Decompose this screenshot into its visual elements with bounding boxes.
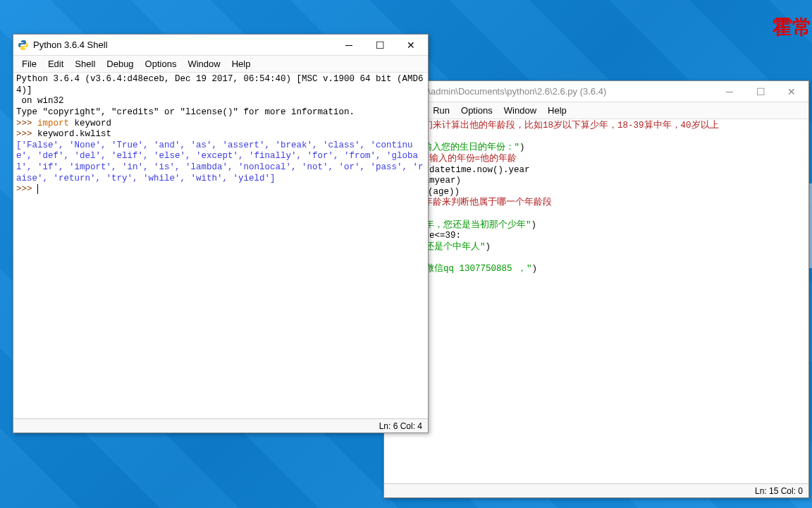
- editor-line: 8 and age<=39:: [387, 231, 806, 242]
- editor-line: :: [387, 253, 806, 265]
- editor-line: :: [387, 209, 806, 220]
- editor-title: - d:\Users\admin\Documents\python\2.6\2.…: [388, 86, 714, 97]
- shell-banner-2: on win32: [16, 96, 64, 106]
- python-icon: [18, 40, 29, 51]
- menu-options[interactable]: Options: [455, 104, 498, 117]
- shell-titlebar[interactable]: Python 3.6.4 Shell ─ ☐ ✕: [13, 35, 428, 56]
- editor-line: ("您是少年，您还是当初那个少年"): [387, 220, 806, 231]
- shell-banner-1: Python 3.6.4 (v3.6.4:d48eceb, Dec 19 201…: [16, 74, 424, 95]
- editor-content[interactable]: 生日，我们来计算出他的年龄段，比如18岁以下算少年，18-39算中年，40岁以上…: [384, 119, 808, 483]
- editor-line: 龄 "+str(age)): [387, 187, 806, 198]
- menu-run[interactable]: Run: [427, 104, 455, 117]
- editor-line: ("霍常亮还是个中年人"): [387, 242, 806, 253]
- editor-line: tetime: [387, 132, 806, 143]
- editor-menubar: Format Run Options Window Help: [384, 102, 808, 119]
- editor-line: 生日，我们来计算出他的年龄段，比如18岁以下算少年，18-39算中年，40岁以上: [387, 121, 806, 132]
- editor-statusbar: Ln: 15 Col: 0: [384, 483, 808, 497]
- menu-shell[interactable]: Shell: [69, 57, 101, 71]
- menu-window[interactable]: Window: [182, 57, 226, 71]
- shell-prompt: >>>: [16, 129, 37, 139]
- editor-titlebar[interactable]: - d:\Users\admin\Documents\python\2.6\2.…: [384, 81, 808, 102]
- shell-title: Python 3.6.4 Shell: [33, 40, 333, 50]
- shell-menubar: File Edit Shell Debug Options Window Hel…: [13, 56, 428, 73]
- watermark-text: 霍常: [773, 14, 812, 41]
- shell-statusbar: Ln: 6 Col: 4: [13, 418, 428, 433]
- shell-minimize-button[interactable]: ─: [333, 35, 364, 55]
- editor-line: atetime.datetime.now().year: [387, 165, 806, 176]
- editor-line: 年份-用户输入的年份=他的年龄: [387, 154, 806, 165]
- editor-cursor-position: Ln: 15 Col: 0: [755, 486, 803, 496]
- shell-keyword: import: [37, 119, 69, 128]
- editor-maximize-button[interactable]: ☐: [745, 82, 776, 102]
- menu-help[interactable]: Help: [226, 57, 257, 71]
- editor-window: - d:\Users\admin\Documents\python\2.6\2.…: [383, 80, 809, 498]
- menu-window[interactable]: Window: [498, 104, 542, 117]
- shell-window: Python 3.6.4 Shell ─ ☐ ✕ File Edit Shell…: [13, 34, 429, 433]
- shell-cursor: [37, 184, 44, 194]
- shell-output: ['False', 'None', 'True', 'and', 'as', '…: [16, 140, 424, 183]
- menu-options[interactable]: Options: [140, 57, 183, 71]
- shell-banner-3: Type "copyright", "credits" or "license(…: [16, 107, 355, 117]
- shell-maximize-button[interactable]: ☐: [364, 35, 395, 55]
- editor-minimize-button[interactable]: ─: [714, 82, 745, 102]
- shell-content[interactable]: Python 3.6.4 (v3.6.4:d48eceb, Dec 19 201…: [13, 73, 428, 418]
- shell-cmd2: keyword.kwlist: [37, 129, 111, 139]
- shell-prompt: >>>: [16, 119, 37, 128]
- editor-close-button[interactable]: ✕: [776, 82, 807, 102]
- shell-prompt: >>>: [16, 184, 37, 194]
- shell-cmd1: keyword: [69, 119, 111, 128]
- menu-help[interactable]: Help: [542, 104, 572, 117]
- shell-cursor-position: Ln: 6 Col: 4: [379, 421, 422, 431]
- menu-debug[interactable]: Debug: [101, 57, 139, 71]
- menu-file[interactable]: File: [16, 57, 42, 71]
- editor-line: ("霍常亮微信qq 1307750885 ，"): [387, 264, 806, 275]
- shell-close-button[interactable]: ✕: [395, 35, 426, 55]
- editor-line: ，根据他年龄来判断他属于哪一个年龄段: [387, 198, 806, 209]
- menu-edit[interactable]: Edit: [42, 57, 69, 71]
- editor-line: ar-int(imyear): [387, 176, 806, 187]
- editor-line: put("请输入您的生日的年份："): [387, 143, 806, 154]
